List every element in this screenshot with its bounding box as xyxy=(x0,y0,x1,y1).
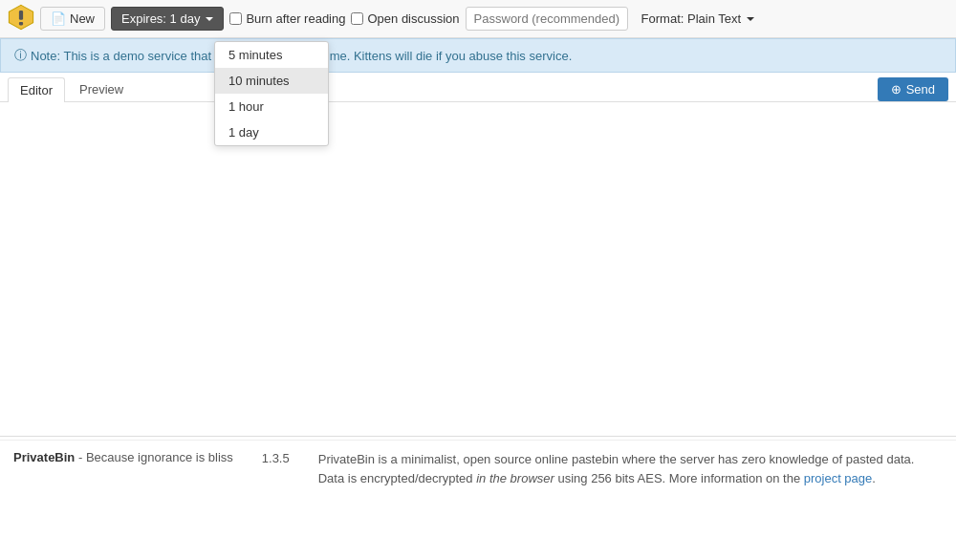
expires-option-1hour[interactable]: 1 hour xyxy=(215,94,328,119)
expires-option-1day[interactable]: 1 day xyxy=(215,119,328,145)
note-bar: ⓘ Note: This is a demo service that may … xyxy=(0,38,956,73)
footer-desc-text2: using 256 bits AES. More information on … xyxy=(554,471,804,485)
navbar: 📄 New Expires: 1 day 5 minutes 10 minute… xyxy=(0,0,956,38)
footer-project-link[interactable]: project page xyxy=(804,471,873,485)
expires-dropdown: 5 minutes 10 minutes 1 hour 1 day xyxy=(214,41,329,146)
tab-editor[interactable]: Editor xyxy=(8,77,65,102)
footer-description: PrivateBin is a minimalist, open source … xyxy=(318,450,943,487)
footer-desc-text3: . xyxy=(872,471,876,485)
expires-caret-icon xyxy=(206,17,213,21)
brand-tagline: - Because ignorance is bliss xyxy=(78,450,233,464)
burn-after-reading-label[interactable]: Burn after reading xyxy=(229,11,345,26)
format-caret-icon xyxy=(747,17,754,21)
svg-rect-2 xyxy=(19,22,23,26)
format-label: Format: Plain Text xyxy=(641,11,742,26)
expires-label: Expires: 1 day xyxy=(121,11,200,26)
send-label: Send xyxy=(906,82,935,97)
open-discussion-label[interactable]: Open discussion xyxy=(351,11,459,26)
tab-preview[interactable]: Preview xyxy=(67,76,136,101)
burn-after-reading-checkbox[interactable] xyxy=(229,12,242,25)
file-icon: 📄 xyxy=(51,11,66,26)
open-discussion-checkbox[interactable] xyxy=(351,12,363,25)
brand-name: PrivateBin xyxy=(13,450,75,464)
tab-bar: Editor Preview ⊕ Send xyxy=(0,73,956,102)
svg-rect-1 xyxy=(19,11,23,20)
new-label: New xyxy=(70,11,95,26)
discussion-label: Open discussion xyxy=(367,11,459,26)
password-input[interactable] xyxy=(466,7,628,31)
logo-icon xyxy=(8,4,34,33)
editor-textarea[interactable] xyxy=(0,102,956,437)
info-icon: ⓘ xyxy=(14,47,27,64)
burn-label: Burn after reading xyxy=(246,11,345,26)
expires-button[interactable]: Expires: 1 day xyxy=(111,7,224,31)
new-button[interactable]: 📄 New xyxy=(40,7,105,31)
footer-desc-em: in the browser xyxy=(476,471,554,485)
send-icon: ⊕ xyxy=(891,82,902,97)
footer-brand: PrivateBin - Because ignorance is bliss xyxy=(13,450,233,464)
footer-version: 1.3.5 xyxy=(262,450,290,465)
footer: PrivateBin - Because ignorance is bliss … xyxy=(0,440,956,497)
expires-option-5min[interactable]: 5 minutes xyxy=(215,42,328,68)
expires-option-10min[interactable]: 10 minutes xyxy=(215,68,328,94)
send-button[interactable]: ⊕ Send xyxy=(878,77,948,101)
format-button[interactable]: Format: Plain Text xyxy=(634,8,763,30)
